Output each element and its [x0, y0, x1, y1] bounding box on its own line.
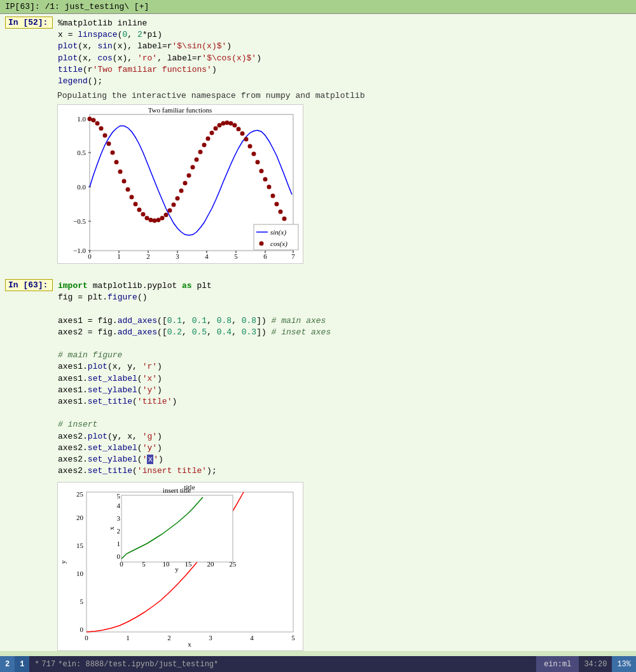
- svg-point-59: [198, 150, 203, 154]
- svg-text:2: 2: [167, 634, 171, 641]
- svg-text:3: 3: [176, 252, 179, 260]
- svg-text:5: 5: [142, 560, 146, 568]
- svg-point-58: [195, 158, 199, 162]
- svg-text:2: 2: [146, 252, 150, 260]
- svg-point-32: [95, 121, 100, 126]
- svg-point-41: [130, 195, 134, 200]
- svg-point-38: [118, 170, 123, 174]
- svg-text:15: 15: [185, 560, 193, 568]
- svg-point-45: [145, 216, 149, 221]
- status-notebook-name: *ein: 8888/test.ipynb/just_testing*: [58, 660, 218, 669]
- svg-point-48: [156, 218, 161, 223]
- svg-point-62: [210, 131, 214, 135]
- cell-63-input: In [63]: import matplotlib.pyplot as plt…: [0, 279, 636, 478]
- svg-point-63: [214, 127, 218, 131]
- svg-text:x: x: [188, 640, 191, 648]
- notebook[interactable]: In [52]: %matplotlib inline x = linspace…: [0, 14, 636, 651]
- svg-text:4: 4: [205, 252, 209, 260]
- status-indicator: *: [34, 660, 39, 669]
- status-bar: 2 1 * 717 *ein: 8888/test.ipynb/just_tes…: [0, 656, 636, 672]
- svg-text:3: 3: [209, 634, 212, 641]
- svg-point-75: [259, 169, 264, 174]
- status-num1[interactable]: 2: [0, 656, 15, 672]
- svg-point-73: [252, 152, 256, 156]
- cell-52-code[interactable]: %matplotlib inline x = linspace(0, 2*pi)…: [55, 17, 264, 88]
- svg-point-47: [153, 219, 157, 223]
- plot1-container: Two familiar functions 1.0 0.5 0.0 −0.5: [57, 104, 303, 264]
- svg-point-80: [279, 210, 283, 214]
- svg-point-61: [206, 137, 211, 141]
- svg-point-49: [160, 216, 165, 221]
- svg-text:5: 5: [291, 634, 295, 641]
- svg-point-67: [229, 121, 233, 126]
- svg-text:4: 4: [250, 634, 254, 641]
- svg-point-69: [237, 127, 241, 132]
- svg-point-68: [233, 123, 237, 128]
- svg-point-53: [176, 196, 180, 201]
- svg-point-37: [114, 160, 119, 165]
- svg-point-55: [183, 181, 188, 186]
- svg-text:1: 1: [126, 634, 130, 641]
- svg-point-43: [137, 208, 142, 212]
- svg-text:insert title: insert title: [163, 486, 191, 494]
- plot1-svg: Two familiar functions 1.0 0.5 0.0 −0.5: [58, 105, 303, 261]
- svg-point-46: [149, 218, 153, 223]
- svg-point-34: [103, 134, 107, 138]
- svg-text:y: y: [175, 565, 179, 573]
- svg-text:3: 3: [117, 514, 121, 522]
- status-num2[interactable]: 1: [15, 656, 29, 672]
- cell-52: In [52]: %matplotlib inline x = linspace…: [0, 14, 636, 271]
- svg-text:0: 0: [120, 560, 123, 568]
- svg-text:−1.0: −1.0: [73, 247, 86, 254]
- svg-text:4: 4: [117, 502, 121, 509]
- svg-point-30: [88, 117, 92, 121]
- svg-point-78: [271, 194, 275, 198]
- svg-point-81: [282, 217, 287, 221]
- svg-point-66: [225, 121, 230, 125]
- svg-text:1: 1: [117, 540, 121, 547]
- svg-point-39: [122, 179, 127, 184]
- svg-point-40: [126, 188, 130, 192]
- svg-text:5: 5: [80, 598, 84, 605]
- title-bar: IP[63]: /1: just_testing\ [+]: [0, 0, 636, 14]
- svg-text:20: 20: [76, 514, 84, 521]
- svg-point-60: [202, 143, 207, 147]
- svg-point-42: [134, 202, 138, 207]
- cell-63-code[interactable]: import matplotlib.pyplot as plt fig = pl…: [55, 279, 333, 478]
- svg-text:10: 10: [163, 560, 170, 568]
- cell-52-label[interactable]: In [52]:: [5, 17, 53, 29]
- svg-point-79: [275, 202, 279, 207]
- cell-52-input: In [52]: %matplotlib inline x = linspace…: [0, 17, 636, 88]
- svg-point-35: [107, 142, 111, 146]
- svg-point-65: [221, 121, 226, 126]
- status-percent: 13%: [612, 656, 636, 672]
- svg-text:5: 5: [234, 252, 238, 260]
- svg-point-51: [168, 209, 172, 213]
- svg-point-54: [179, 189, 184, 193]
- plot2-container: title y x 0 5 10 15 20 25 0 1 2: [57, 482, 303, 651]
- svg-point-50: [164, 213, 169, 217]
- cell-63-label[interactable]: In [63]:: [5, 279, 53, 291]
- svg-text:7: 7: [291, 252, 295, 260]
- svg-text:sin(x): sin(x): [270, 228, 286, 237]
- svg-text:x: x: [107, 526, 115, 530]
- plot2-svg: title y x 0 5 10 15 20 25 0 1 2: [58, 483, 303, 648]
- svg-point-72: [248, 144, 252, 149]
- svg-text:cos(x): cos(x): [270, 240, 287, 248]
- svg-point-85: [259, 242, 264, 246]
- svg-text:25: 25: [230, 560, 237, 568]
- title-text: IP[63]: /1: just_testing\ [+]: [5, 2, 149, 11]
- svg-rect-104: [121, 495, 233, 562]
- status-position: 34:20: [579, 656, 612, 672]
- svg-text:0: 0: [80, 626, 84, 633]
- svg-text:1: 1: [117, 252, 121, 260]
- svg-text:−0.5: −0.5: [73, 217, 86, 225]
- svg-text:5: 5: [117, 492, 121, 500]
- svg-text:0.0: 0.0: [77, 183, 86, 191]
- svg-text:2: 2: [117, 527, 121, 535]
- svg-point-64: [218, 123, 222, 128]
- svg-text:6: 6: [263, 252, 267, 260]
- svg-text:Two familiar functions: Two familiar functions: [148, 106, 212, 114]
- status-linecount: 717: [42, 660, 56, 669]
- svg-text:0: 0: [88, 252, 92, 260]
